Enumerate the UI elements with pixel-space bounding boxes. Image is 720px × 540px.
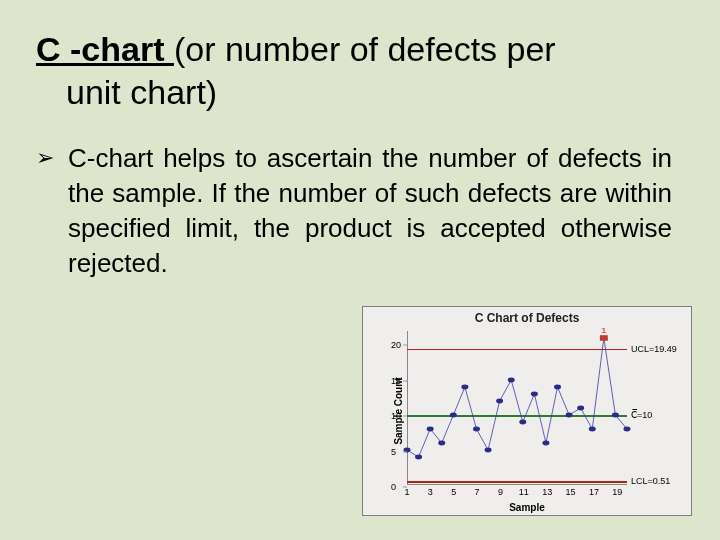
x-tick-label: 9: [498, 487, 503, 497]
x-tick-label: 3: [428, 487, 433, 497]
svg-point-18: [612, 413, 619, 418]
ucl-label: UCL=19.49: [627, 344, 677, 354]
x-tick-label: 11: [519, 487, 529, 497]
lcl-label: LCL=0.51: [627, 476, 670, 486]
chart-title: C Chart of Defects: [363, 307, 691, 327]
y-tick-mark: [403, 380, 407, 381]
svg-point-15: [577, 406, 584, 411]
x-tick-label: 1: [404, 487, 409, 497]
y-tick-label: 5: [391, 447, 396, 457]
y-tick-label: 0: [391, 482, 396, 492]
data-series: 1: [407, 331, 627, 485]
svg-point-12: [542, 441, 549, 446]
y-tick-label: 10: [391, 411, 401, 421]
x-tick-label: 19: [612, 487, 622, 497]
x-tick-label: 15: [566, 487, 576, 497]
title-line2: unit chart): [36, 71, 217, 114]
svg-point-16: [589, 427, 596, 432]
svg-point-10: [519, 420, 526, 425]
c-chart: C Chart of Defects Sample Count Sample U…: [362, 306, 692, 516]
slide: C -chart (or number of defects per unit …: [0, 0, 720, 540]
svg-point-8: [496, 399, 503, 404]
svg-point-14: [566, 413, 573, 418]
x-tick-label: 13: [542, 487, 552, 497]
svg-point-1: [415, 455, 422, 460]
slide-title: C -chart (or number of defects per unit …: [36, 28, 684, 113]
svg-point-4: [450, 413, 457, 418]
x-axis-label: Sample: [363, 502, 691, 513]
x-tick-label: 7: [475, 487, 480, 497]
svg-point-9: [508, 378, 515, 383]
title-keyword: C -chart: [36, 30, 174, 68]
svg-point-5: [461, 385, 468, 390]
svg-point-6: [473, 427, 480, 432]
bullet-item: ➢ C-chart helps to ascertain the number …: [36, 141, 684, 281]
y-tick-label: 20: [391, 340, 401, 350]
svg-rect-17: [600, 335, 608, 341]
bullet-text: C-chart helps to ascertain the number of…: [68, 141, 672, 281]
cl-label: C̅=10: [627, 410, 652, 420]
bullet-marker-icon: ➢: [36, 141, 54, 174]
svg-point-11: [531, 392, 538, 397]
svg-point-13: [554, 385, 561, 390]
svg-point-19: [623, 427, 630, 432]
y-tick-mark: [403, 451, 407, 452]
svg-point-2: [427, 427, 434, 432]
x-tick-label: 17: [589, 487, 599, 497]
svg-point-7: [485, 448, 492, 453]
plot-area: UCL=19.49C̅=10LCL=0.511: [407, 331, 627, 485]
y-tick-mark: [403, 416, 407, 417]
title-line1: (or number of defects per: [174, 30, 556, 68]
svg-point-3: [438, 441, 445, 446]
y-tick-mark: [403, 345, 407, 346]
y-tick-label: 15: [391, 376, 401, 386]
x-tick-label: 5: [451, 487, 456, 497]
svg-text:1: 1: [601, 326, 607, 335]
